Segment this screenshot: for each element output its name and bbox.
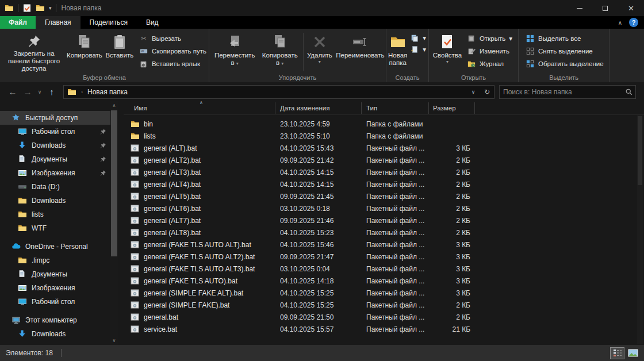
easy-access-button[interactable]: ▾	[408, 44, 428, 55]
table-row[interactable]: general (ALT6).bat 03.10.2025 0:18 Пакет…	[124, 202, 632, 214]
minimize-button[interactable]	[566, 0, 592, 16]
forward-icon[interactable]: →	[21, 87, 34, 97]
sidebar-item-downloads[interactable]: Downloads	[0, 327, 110, 341]
new-item-button[interactable]: ▾	[408, 32, 428, 44]
history-button[interactable]: Журнал	[465, 57, 515, 70]
collapse-ribbon-icon[interactable]: ∧	[618, 20, 622, 26]
rename-button[interactable]: Переименовать	[335, 30, 386, 72]
column-separator[interactable]	[474, 102, 475, 114]
close-button[interactable]: ✕	[618, 0, 644, 16]
sidebar-item-видео[interactable]: Видео	[0, 341, 110, 345]
up-icon[interactable]: ↑	[45, 87, 59, 97]
tab-home[interactable]: Главная	[36, 16, 80, 29]
edit-button[interactable]: Изменить	[465, 45, 515, 57]
qat-properties-icon[interactable]	[22, 3, 32, 13]
delete-button[interactable]: Удалить ▾	[305, 30, 335, 72]
breadcrumb[interactable]: Новая папка	[85, 88, 130, 96]
select-all-button[interactable]: Выделить все	[523, 32, 609, 45]
table-row[interactable]: general (ALT).bat 04.10.2025 15:43 Пакет…	[124, 142, 632, 154]
tab-file[interactable]: Файл	[0, 16, 36, 29]
sidebar-item-onedrive-personal[interactable]: OneDrive - Personal	[0, 240, 110, 254]
sidebar-scrollbar[interactable]: ∧ ∨	[110, 101, 118, 345]
tab-share[interactable]: Поделиться	[80, 16, 137, 29]
sidebar-item-этот-компьютер[interactable]: Этот компьютер	[0, 313, 110, 327]
file-list-scrollbar-thumb[interactable]	[638, 116, 642, 185]
table-row[interactable]: general (SIMPLE FAKE).bat 04.10.2025 15:…	[124, 299, 632, 311]
move-to-button[interactable]: Переместить в ▾	[212, 30, 258, 72]
thumbnails-view-button[interactable]	[626, 347, 640, 359]
table-row[interactable]: general (FAKE TLS AUTO).bat 04.10.2025 1…	[124, 275, 632, 287]
scroll-down-icon[interactable]: ∨	[110, 338, 118, 343]
sidebar-item-документы[interactable]: Документы	[0, 152, 110, 166]
breadcrumb-chevron-icon[interactable]: ›	[79, 89, 85, 95]
sidebar-item-изображения[interactable]: Изображения	[0, 166, 110, 180]
sidebar-item-data-d-[interactable]: Data (D:)	[0, 180, 110, 194]
sidebar-scrollbar-thumb[interactable]	[111, 110, 117, 256]
sidebar-item-документы[interactable]: Документы	[0, 267, 110, 281]
sidebar-item-downloads[interactable]: Downloads	[0, 139, 110, 152]
address-bar[interactable]: › Новая папка ∨ ↻	[63, 85, 494, 99]
sidebar-item-изображения[interactable]: Изображения	[0, 281, 110, 295]
sidebar-item-lists[interactable]: lists	[0, 208, 110, 221]
new-folder-button[interactable]: Новая папка	[388, 30, 407, 72]
open-button[interactable]: Открыть ▾	[465, 32, 515, 45]
scroll-up-icon[interactable]: ∧	[110, 103, 118, 108]
sidebar-item-downloads[interactable]: Downloads	[0, 194, 110, 208]
column-separator[interactable]	[275, 102, 275, 114]
table-row[interactable]: general (FAKE TLS AUTO ALT3).bat 03.10.2…	[124, 263, 632, 275]
recent-locations-chevron-icon[interactable]: ∨	[36, 89, 44, 95]
help-icon[interactable]: ?	[629, 18, 638, 27]
select-none-button[interactable]: Снять выделение	[523, 45, 609, 57]
cut-button[interactable]: ✂ Вырезать	[137, 32, 209, 45]
delete-label: Удалить	[307, 52, 332, 59]
details-view-button[interactable]	[610, 347, 624, 359]
table-row[interactable]: lists 23.10.2025 5:10 Папка с файлами	[124, 130, 632, 142]
column-separator[interactable]	[361, 102, 362, 114]
table-row[interactable]: general (ALT5).bat 09.09.2025 21:45 Паке…	[124, 190, 632, 202]
column-header-name[interactable]: Имя	[134, 105, 147, 112]
copy-path-button[interactable]: W... Скопировать путь	[137, 45, 209, 57]
ribbon-group-open: Свойства ▾ Открыть ▾ Изменить	[429, 29, 519, 82]
maximize-button[interactable]	[592, 0, 618, 16]
pin-to-quick-access-button[interactable]: Закрепить на панели быстрого доступа	[3, 30, 64, 72]
qat-new-folder-icon[interactable]	[36, 3, 45, 13]
table-row[interactable]: general (ALT3).bat 04.10.2025 14:15 Паке…	[124, 166, 632, 178]
refresh-icon[interactable]: ↻	[480, 86, 494, 98]
table-row[interactable]: general (FAKE TLS AUTO ALT).bat 04.10.20…	[124, 239, 632, 251]
table-row[interactable]: bin 23.10.2025 4:59 Папка с файлами	[124, 118, 632, 130]
file-date: 09.09.2025 21:42	[280, 156, 334, 164]
paste-button[interactable]: Вставить	[105, 30, 135, 72]
column-separator[interactable]	[428, 102, 429, 114]
copy-to-button[interactable]: Копировать в ▾	[258, 30, 302, 72]
sidebar-item--limpc[interactable]: .limpc	[0, 254, 110, 267]
table-row[interactable]: general (SIMPLE FAKE ALT).bat 04.10.2025…	[124, 287, 632, 299]
column-header-date[interactable]: Дата изменения	[280, 105, 329, 112]
tab-view[interactable]: Вид	[137, 16, 168, 29]
sidebar-item-label: Документы	[32, 155, 67, 163]
sidebar-item-быстрый-доступ[interactable]: Быстрый доступ	[0, 111, 110, 125]
file-list-scrollbar[interactable]	[637, 115, 643, 344]
table-row[interactable]: service.bat 04.10.2025 15:57 Пакетный фа…	[124, 323, 632, 335]
address-dropdown-icon[interactable]: ∨	[466, 86, 480, 98]
sidebar-item-wtf[interactable]: WTF	[0, 221, 110, 235]
qat-customize-chevron-icon[interactable]: ▾	[49, 6, 52, 11]
table-row[interactable]: general (ALT2).bat 09.09.2025 21:42 Паке…	[124, 154, 632, 166]
sidebar-item-рабочий-стол[interactable]: Рабочий стол	[0, 125, 110, 139]
column-header-type[interactable]: Тип	[366, 105, 377, 112]
paste-shortcut-button[interactable]: Вставить ярлык	[137, 57, 209, 70]
table-row[interactable]: general.bat 09.09.2025 21:50 Пакетный фа…	[124, 311, 632, 323]
invert-selection-button[interactable]: Обратить выделение	[523, 57, 609, 70]
copy-button[interactable]: Копировать	[64, 30, 105, 72]
table-row[interactable]: general (ALT7).bat 09.09.2025 21:46 Паке…	[124, 214, 632, 226]
file-size: 2 КБ	[411, 180, 470, 189]
table-row[interactable]: general (FAKE TLS AUTO ALT2).bat 09.09.2…	[124, 251, 632, 263]
table-row[interactable]: general (ALT4).bat 04.10.2025 14:15 Паке…	[124, 178, 632, 190]
back-icon[interactable]: ←	[6, 87, 20, 97]
search-input[interactable]	[500, 88, 623, 96]
column-header-size[interactable]: Размер	[433, 105, 456, 112]
sidebar-item-рабочий-стол[interactable]: Рабочий стол	[0, 295, 110, 309]
table-row[interactable]: general (ALT8).bat 04.10.2025 15:23 Паке…	[124, 226, 632, 239]
file-size: 3 КБ	[411, 289, 470, 297]
properties-button[interactable]: Свойства ▾	[431, 30, 463, 72]
search-icon[interactable]	[623, 88, 635, 96]
